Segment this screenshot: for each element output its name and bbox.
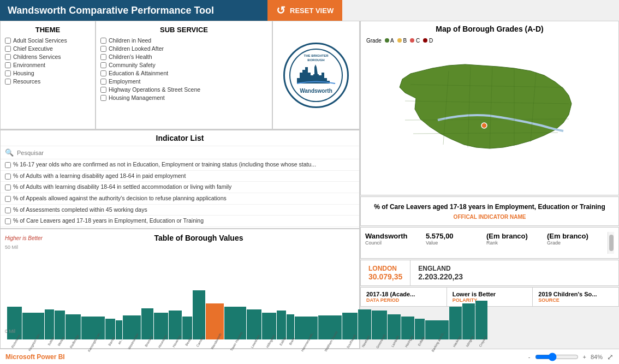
chart-bar[interactable]: Bromley: [141, 308, 153, 344]
zoom-minus[interactable]: -: [528, 354, 531, 360]
chart-bar[interactable]: Haringey: [401, 317, 414, 344]
subservice-checkbox[interactable]: [100, 38, 106, 44]
list-item[interactable]: % of Care Leavers aged 17-18 years in su…: [1, 227, 359, 228]
theme-checkbox[interactable]: [5, 46, 11, 52]
chart-bar[interactable]: Wandsworth: [206, 303, 224, 344]
period-label: DATA PERIOD: [366, 297, 441, 303]
chart-bar[interactable]: Waltham Forest: [318, 315, 341, 344]
chart-bar[interactable]: Lambeth: [388, 314, 400, 344]
london-block: LONDON 30.079,35: [361, 260, 410, 285]
chart-bar[interactable]: Tower Hamlets: [224, 307, 246, 344]
chart-bar[interactable]: Sutton: [45, 309, 54, 344]
chart-bar[interactable]: Camden: [193, 290, 205, 344]
data-period-block: 2017-18 (Acade... DATA PERIOD: [361, 288, 447, 306]
indicator-item-label: % of Care Leavers aged 17-18 years in Em…: [13, 217, 204, 225]
bar-rect: [22, 313, 44, 339]
indicator-selected-name: % of Care Leavers aged 17-18 years in Em…: [366, 202, 613, 212]
chart-bar[interactable]: Kingston upo...: [22, 313, 44, 344]
chart-bar[interactable]: Enfield: [415, 319, 425, 344]
chart-bar[interactable]: Barking and D...: [425, 320, 449, 344]
subservice-checkbox[interactable]: [100, 87, 106, 93]
chart-bar[interactable]: Havering: [169, 311, 182, 344]
svg-text:Wandsworth: Wandsworth: [300, 88, 332, 94]
indicator-title: Indicator List: [1, 130, 359, 146]
subservice-checkbox[interactable]: [100, 46, 106, 52]
y-axis-bottom: 0 Mil: [5, 329, 15, 334]
chart-bar[interactable]: Bexley: [182, 317, 192, 344]
subservice-item-label: Children's Health: [109, 53, 152, 60]
theme-item: Chief Executive: [5, 45, 91, 52]
map-legend: Grade A B C D: [361, 37, 618, 45]
indicator-checkbox[interactable]: [5, 174, 11, 180]
subservice-checkbox[interactable]: [100, 62, 106, 68]
list-item[interactable]: % of Adults with learning disability 18-…: [1, 182, 359, 193]
chart-bar[interactable]: Southwark: [342, 313, 358, 344]
period-value: 2017-18 (Acade...: [366, 291, 441, 297]
chart-bar[interactable]: Westminster: [123, 315, 141, 344]
bar-rect: [193, 290, 205, 339]
chart-bar[interactable]: Newham: [358, 309, 371, 344]
value-stat: 5.575,00 Value: [426, 232, 480, 254]
subservice-item: Education & Attainment: [100, 70, 267, 76]
zoom-slider[interactable]: [535, 353, 579, 361]
chart-bar[interactable]: Barnet: [105, 319, 115, 344]
grade-a-dot: A: [385, 38, 394, 44]
indicator-search: 🔍: [1, 146, 359, 159]
chart-bar[interactable]: Croydon: [475, 301, 488, 344]
chart-bar[interactable]: Richmond: [7, 307, 22, 344]
chart-bar[interactable]: Kensington an...: [81, 317, 105, 344]
chart-bar[interactable]: Ealing: [277, 311, 286, 344]
list-item[interactable]: % of Adults with a learning disability a…: [1, 171, 359, 182]
rank-stat: (Em branco) Rank: [486, 232, 540, 254]
theme-item-label: Childrens Services: [13, 53, 61, 60]
chart-area: 50 Mil RichmondKingston upo...SuttonMert…: [5, 244, 355, 344]
chart-bar[interactable]: Greenwich: [372, 311, 388, 344]
subservice-checkbox[interactable]: [100, 54, 106, 60]
search-input[interactable]: [17, 150, 355, 156]
stat-value: 5.575,00: [426, 232, 480, 240]
theme-checkbox[interactable]: [5, 38, 11, 44]
list-item[interactable]: % of Assessments completed within 45 wor…: [1, 205, 359, 216]
chart-bar[interactable]: Hackney: [449, 307, 462, 344]
theme-checkbox[interactable]: [5, 62, 11, 68]
chart-bar[interactable]: Hammersmith...: [295, 317, 318, 344]
subservice-checkbox[interactable]: [100, 70, 106, 76]
polarity-label: POLARITY: [453, 297, 527, 303]
source-value: 2019 Children's So...: [538, 291, 613, 297]
chart-bar[interactable]: Brent: [287, 314, 294, 344]
theme-checkbox[interactable]: [5, 70, 11, 76]
england-value: 2.203.220,23: [418, 272, 463, 281]
theme-checkbox[interactable]: [5, 79, 11, 85]
indicator-checkbox[interactable]: [5, 218, 11, 224]
bar-rect: [81, 317, 105, 339]
bar-rect: [277, 311, 286, 339]
zoom-plus[interactable]: +: [583, 354, 586, 360]
indicator-checkbox[interactable]: [5, 196, 11, 202]
reset-button[interactable]: ↺ RESET VIEW: [267, 0, 342, 21]
value-label: Value: [426, 240, 480, 246]
chart-bar[interactable]: Hounslow: [154, 313, 168, 344]
subservice-checkbox[interactable]: [100, 95, 106, 101]
chart-bar[interactable]: Redbridge: [66, 314, 81, 344]
indicator-checkbox[interactable]: [5, 207, 11, 213]
subservice-checkbox[interactable]: [100, 79, 106, 85]
indicator-checkbox[interactable]: [5, 162, 11, 168]
list-item[interactable]: % of Care Leavers aged 17-18 years in Em…: [1, 216, 359, 227]
subservice-item-label: Community Safety: [109, 62, 156, 68]
list-item[interactable]: % of Appeals allowed against the authori…: [1, 193, 359, 205]
chart-bar[interactable]: an...: [116, 320, 122, 344]
body: THEME Adult Social ServicesChief Executi…: [0, 21, 619, 349]
expand-icon[interactable]: ⤢: [607, 353, 614, 361]
indicator-checkbox[interactable]: [5, 184, 11, 190]
bar-rect: [287, 314, 294, 339]
chart-bar[interactable]: Merton: [55, 311, 65, 344]
chart-bar[interactable]: Hillingdon: [262, 313, 276, 344]
theme-checkbox[interactable]: [5, 54, 11, 60]
list-item[interactable]: % 16-17 year olds who are confirmed as n…: [1, 159, 359, 171]
chart-bar[interactable]: Lewisham: [247, 309, 261, 344]
london-value: 30.079,35: [368, 272, 402, 281]
chart-bar[interactable]: Islington: [462, 303, 474, 344]
bar-rect: [358, 309, 371, 339]
scrollbar-thumb: [609, 235, 614, 251]
subservice-item: Employment: [100, 78, 267, 85]
